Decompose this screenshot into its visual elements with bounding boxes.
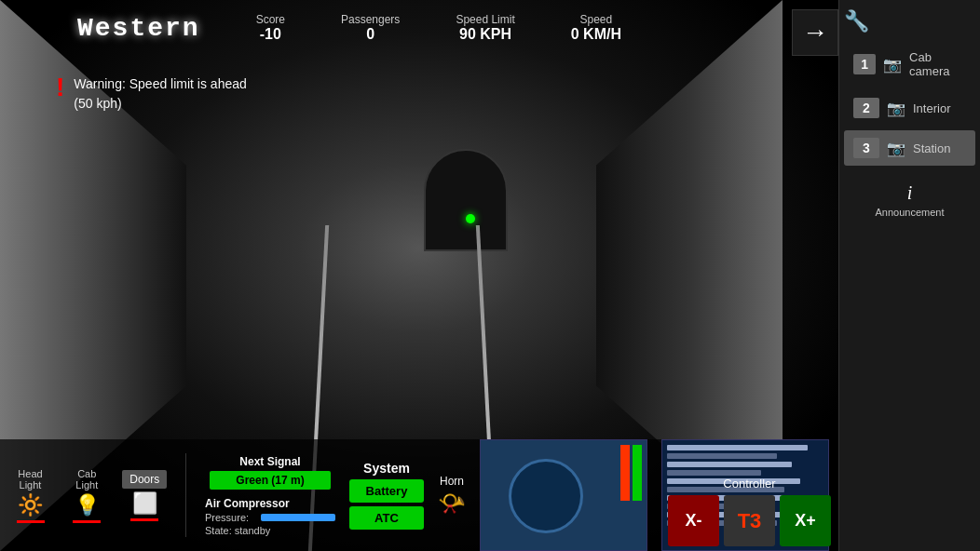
game-view: Western Score -10 Passengers 0 Speed Lim… <box>0 0 838 551</box>
warning-text: Warning: Speed limit is ahead (50 kph) <box>74 74 246 114</box>
passengers-value: 0 <box>341 26 400 43</box>
game-title: Western <box>77 14 200 43</box>
horn-section: Horn 📯 <box>438 475 466 517</box>
green-signal-light <box>466 214 475 223</box>
cam3-button[interactable]: 3 📷 Station <box>844 130 975 166</box>
battery-button[interactable]: Battery <box>349 479 424 503</box>
pressure-bar <box>261 514 335 521</box>
pressure-row: Pressure: <box>205 512 335 523</box>
hud-top: Western Score -10 Passengers 0 Speed Lim… <box>0 0 699 56</box>
screen-display-1 <box>480 439 647 551</box>
settings-area: 🔧 <box>844 5 975 38</box>
cam1-number: 1 <box>853 54 876 74</box>
score-value: -10 <box>256 26 285 43</box>
horn-label: Horn <box>440 475 464 488</box>
cab-light-label: Cab Light <box>65 468 109 491</box>
head-light-label: HeadLight <box>18 468 42 491</box>
screen-bars <box>620 445 642 501</box>
cam2-number: 2 <box>853 98 879 118</box>
system-panel: System Battery ATC <box>349 461 424 530</box>
score-stat: Score -10 <box>256 13 285 43</box>
controller-buttons: X- T3 X+ <box>668 495 831 546</box>
screen2-line <box>667 462 792 467</box>
wrench-icon[interactable]: 🔧 <box>844 9 869 34</box>
head-light-indicator <box>17 520 45 523</box>
cam2-label: Interior <box>913 101 950 115</box>
right-panel: 🔧 1 📷 Cab camera 2 📷 Interior 3 📷 Statio… <box>838 0 980 551</box>
cam1-button[interactable]: 1 📷 Cab camera <box>844 43 975 86</box>
air-compressor-label: Air Compressor <box>205 497 290 510</box>
warning-icon: ! <box>56 74 64 101</box>
speed-value: 0 KM/H <box>571 26 621 43</box>
x-minus-button[interactable]: X- <box>668 495 719 546</box>
door-icon: ⬜ <box>132 491 157 516</box>
announce-label: Announcement <box>876 207 945 218</box>
screen-circle <box>509 459 583 533</box>
signal-section: Next Signal Green (17 m) <box>205 455 335 490</box>
camera3-icon: 📷 <box>887 140 905 157</box>
cam1-label: Cab camera <box>909 50 966 78</box>
head-light-icon: 🔆 <box>18 493 43 517</box>
signal-air-section: Next Signal Green (17 m) Air Compressor … <box>205 455 335 536</box>
pressure-label: Pressure: <box>205 512 256 523</box>
announcement-button[interactable]: i Announcement <box>844 175 975 225</box>
cam2-button[interactable]: 2 📷 Interior <box>844 90 975 126</box>
state-label: State: standby <box>205 525 270 536</box>
tunnel-opening <box>424 149 508 251</box>
cam3-number: 3 <box>853 138 879 158</box>
system-title: System <box>363 461 410 476</box>
doors-button[interactable]: Doors <box>122 470 167 489</box>
cab-light-icon: 💡 <box>75 493 100 517</box>
t3-button[interactable]: T3 <box>724 495 775 546</box>
passengers-label: Passengers <box>341 13 400 26</box>
divider-1 <box>185 453 186 537</box>
signal-value: Green (17 m) <box>210 471 331 490</box>
horn-icon[interactable]: 📯 <box>438 491 466 517</box>
doors-control: Doors ⬜ <box>123 470 167 521</box>
speed-limit-value: 90 KPH <box>456 26 514 43</box>
screen-bar-red <box>620 445 630 501</box>
cab-light-control: Cab Light 💡 <box>65 468 109 523</box>
exit-arrow-icon: → <box>802 18 828 47</box>
next-signal-label: Next Signal <box>239 455 300 468</box>
screen-bar-green <box>633 445 642 501</box>
screen2-line <box>667 445 808 450</box>
screen2-line <box>667 453 777 459</box>
air-compressor-section: Air Compressor Pressure: State: standby <box>205 497 335 536</box>
passengers-stat: Passengers 0 <box>341 13 400 43</box>
atc-button[interactable]: ATC <box>349 506 424 530</box>
controller-label: Controller <box>723 477 775 491</box>
speed-limit-label: Speed Limit <box>456 13 514 26</box>
speed-label: Speed <box>571 13 621 26</box>
warning-box: ! Warning: Speed limit is ahead (50 kph) <box>56 74 247 114</box>
x-plus-button[interactable]: X+ <box>780 495 831 546</box>
speed-limit-stat: Speed Limit 90 KPH <box>456 13 514 43</box>
cam3-label: Station <box>913 141 950 155</box>
screen2-line <box>667 470 761 476</box>
announcement-icon: i <box>907 182 913 204</box>
head-light-control: HeadLight 🔆 <box>9 468 51 523</box>
doors-indicator <box>130 518 158 521</box>
camera1-icon: 📷 <box>883 56 902 74</box>
speed-stat: Speed 0 KM/H <box>571 13 621 43</box>
score-label: Score <box>256 13 285 26</box>
controller-section: Controller X- T3 X+ <box>668 477 831 546</box>
exit-button[interactable]: → <box>792 9 838 56</box>
cab-light-indicator <box>73 520 101 523</box>
camera2-icon: 📷 <box>887 100 905 117</box>
